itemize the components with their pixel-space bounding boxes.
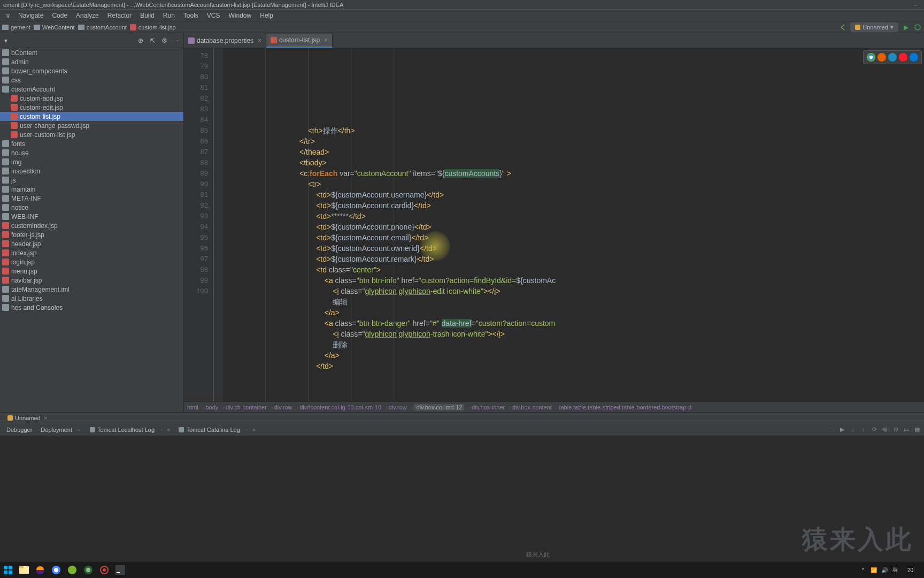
tree-item-navibar-jsp[interactable]: navibar.jsp (0, 276, 183, 285)
breadcrumb-node[interactable]: div.ch-container (226, 404, 267, 410)
close-icon[interactable]: × (258, 37, 261, 44)
locate-icon[interactable]: ⊕ (136, 36, 145, 45)
run-tab-tomcat-localhost-log[interactable]: Tomcat Localhost Log→× (86, 425, 174, 434)
tree-item-custom-list-jsp[interactable]: custom-list.jsp (0, 112, 183, 121)
tree-item-admin[interactable]: admin (0, 57, 183, 66)
eclipse-taskbar-icon[interactable] (80, 562, 96, 578)
tree-item-index-jsp[interactable]: index.jsp (0, 248, 183, 257)
tree-item-maintain[interactable]: maintain (0, 185, 183, 194)
tree-item-user-custom-list-jsp[interactable]: user-custom-list.jsp (0, 130, 183, 139)
chevron-down-icon[interactable]: ▾ (4, 37, 7, 44)
close-icon[interactable]: × (44, 415, 47, 421)
tree-item-inspection[interactable]: inspection (0, 166, 183, 176)
breadcrumb-item[interactable]: gement (2, 24, 30, 31)
fold-gutter[interactable] (214, 48, 222, 401)
menu-item-run[interactable]: Run (159, 11, 179, 20)
tray-up-icon[interactable]: ^ (858, 565, 868, 575)
run-configuration-dropdown[interactable]: Unnamed ▾ (850, 22, 898, 32)
run-tab-tomcat-catalina-log[interactable]: Tomcat Catalina Log→× (174, 425, 260, 434)
back-arrow-icon[interactable] (838, 23, 847, 32)
tree-item-js[interactable]: js (0, 176, 183, 185)
breadcrumb-node[interactable]: div#content.col-lg-10.col-sm-10 (299, 404, 381, 410)
run-toolbar-button[interactable]: ≡ (827, 425, 836, 435)
intellij-taskbar-icon[interactable] (112, 562, 128, 578)
tree-item-web-inf[interactable]: WEB-INF (0, 212, 183, 221)
breadcrumb-node[interactable]: body (205, 404, 218, 410)
editor-body[interactable]: 7879808182838485868788899091929394959697… (184, 48, 924, 401)
code-editor[interactable]: <th>操作</th> </tr> </thead> <tbody> <c:fo… (222, 48, 924, 401)
tree-item-hes-and-consoles[interactable]: hes and Consoles (0, 303, 183, 312)
breadcrumb-item[interactable]: WebContent (34, 24, 75, 31)
menu-item-help[interactable]: Help (256, 11, 278, 20)
collapse-all-icon[interactable]: ⇱ (148, 36, 157, 45)
breadcrumb-node[interactable]: div.box-content (512, 404, 552, 410)
close-icon[interactable]: × (167, 427, 170, 433)
menu-item-navigate[interactable]: Navigate (14, 11, 48, 20)
tree-item-tatemanagement-iml[interactable]: tateManagement.iml (0, 285, 183, 294)
tree-item-header-jsp[interactable]: header.jsp (0, 239, 183, 248)
tree-item-custom-add-jsp[interactable]: custom-add.jsp (0, 94, 183, 103)
tree-item-customindex-jsp[interactable]: customIndex.jsp (0, 221, 183, 230)
start-button[interactable] (0, 562, 16, 578)
run-toolbar-button[interactable]: ▶ (837, 425, 847, 435)
wechat-taskbar-icon[interactable] (64, 562, 80, 578)
minimize-button[interactable]: ─ (910, 2, 921, 8)
run-toolbar-button[interactable]: ▦ (912, 425, 922, 435)
breadcrumb-node[interactable]: div.row (389, 404, 407, 410)
tray-ime-icon[interactable]: 英 (890, 565, 900, 575)
tree-item-fonts[interactable]: fonts (0, 139, 183, 148)
menu-item-refactor[interactable]: Refactor (103, 11, 136, 20)
tree-item-bcontent[interactable]: bContent (0, 48, 183, 57)
run-toolbar-button[interactable]: ⊙ (891, 425, 900, 435)
breadcrumb-node[interactable]: div.box-inner (472, 404, 505, 410)
close-icon[interactable]: × (324, 36, 328, 44)
run-toolbar-button[interactable]: ↓ (848, 425, 858, 435)
tree-item-user-change-passwd-jsp[interactable]: user-change-passwd.jsp (0, 121, 183, 130)
tree-item-meta-inf[interactable]: META-INF (0, 194, 183, 203)
recorder-taskbar-icon[interactable] (96, 562, 112, 578)
editor-tab-custom-list[interactable]: custom-list.jsp × (266, 34, 333, 48)
editor-breadcrumb[interactable]: html›body›div.ch-container›div.row›div#c… (184, 401, 924, 412)
run-button[interactable]: ▶ (902, 23, 910, 32)
menu-item-window[interactable]: Window (225, 11, 256, 20)
editor-tab-database[interactable]: database.properties × (184, 34, 266, 48)
breadcrumb-node[interactable]: div.row (274, 404, 292, 410)
file-explorer-icon[interactable] (16, 562, 32, 578)
tree-item-menu-jsp[interactable]: menu.jsp (0, 267, 183, 276)
breadcrumb-node[interactable]: div.box.col-md-12 (414, 404, 464, 410)
run-toolbar-button[interactable]: ⟳ (869, 425, 879, 435)
run-tab-debugger[interactable]: Debugger (2, 425, 36, 434)
tree-item-css[interactable]: css (0, 75, 183, 85)
run-toolbar-button[interactable]: ↑ (859, 425, 868, 435)
tree-item-img[interactable]: img (0, 157, 183, 166)
run-toolbar-button[interactable]: ▭ (902, 425, 911, 435)
breadcrumb-item[interactable]: custom-list.jsp (130, 24, 176, 31)
hide-icon[interactable]: ─ (172, 36, 180, 45)
tree-item-notice[interactable]: notice (0, 203, 183, 212)
tree-item-house[interactable]: house (0, 148, 183, 157)
breadcrumb-item[interactable]: customAccount (78, 24, 127, 31)
close-icon[interactable]: × (252, 427, 256, 433)
tree-item-bower-components[interactable]: bower_components (0, 66, 183, 75)
firefox-taskbar-icon[interactable] (32, 562, 48, 578)
run-tab-deployment[interactable]: Deployment→ (36, 425, 86, 434)
run-output[interactable] (0, 436, 924, 562)
menu-item[interactable]: v (2, 11, 14, 20)
menu-item-tools[interactable]: Tools (179, 11, 203, 20)
menu-item-vcs[interactable]: VCS (203, 11, 225, 20)
project-tree[interactable]: bContentadminbower_componentscsscustomAc… (0, 48, 183, 412)
run-config-tab[interactable]: Unnamed × (3, 414, 51, 422)
menu-item-build[interactable]: Build (136, 11, 159, 20)
tree-item-al-libraries[interactable]: al Libraries (0, 294, 183, 303)
tray-volume-icon[interactable]: 🔊 (879, 565, 890, 575)
tray-network-icon[interactable]: 📶 (868, 565, 879, 575)
run-toolbar-button[interactable]: ⊗ (880, 425, 890, 435)
chrome-taskbar-icon[interactable] (48, 562, 64, 578)
tree-item-login-jsp[interactable]: login.jsp (0, 257, 183, 267)
tray-clock[interactable]: 20: (900, 565, 922, 575)
breadcrumb-node[interactable]: html (187, 404, 198, 410)
tree-item-footer-js-jsp[interactable]: footer-js.jsp (0, 230, 183, 239)
tree-item-customaccount[interactable]: customAccount (0, 85, 183, 94)
tree-item-custom-edit-jsp[interactable]: custom-edit.jsp (0, 103, 183, 112)
breadcrumb-node[interactable]: table.table.table-striped.table-bordered… (559, 404, 691, 410)
